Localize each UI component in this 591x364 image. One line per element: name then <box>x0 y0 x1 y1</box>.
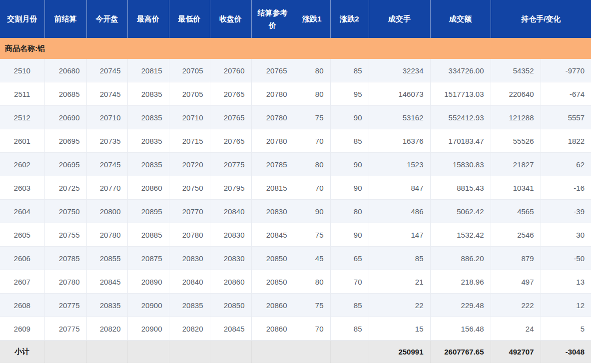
cell-value: 20830 <box>251 200 294 223</box>
cell-value: 20815 <box>251 176 294 200</box>
cell-value: 5 <box>541 317 591 341</box>
cell-value: 20710 <box>86 106 127 129</box>
cell-value: 20820 <box>169 317 210 341</box>
table-row: 2609207752082020900208202084520860708515… <box>0 317 591 341</box>
cell-value: 20745 <box>86 82 127 106</box>
cell-value: 886.20 <box>430 247 491 270</box>
cell-value: 20695 <box>44 153 86 176</box>
col-header-change1: 涨跌1 <box>294 0 330 38</box>
table-row: 2510206802074520815207052076020765808532… <box>0 59 591 82</box>
cell-value: 20760 <box>210 59 251 82</box>
cell-value: 20860 <box>127 176 169 200</box>
cell-value: -674 <box>541 82 591 106</box>
cell-value: 20840 <box>169 270 210 294</box>
cell-value: 20835 <box>127 129 169 153</box>
table-header: 交割月份 前结算 今开盘 最高价 最低价 收盘价 结算参考价 涨跌1 涨跌2 成… <box>0 0 591 38</box>
cell-value: 20900 <box>127 294 169 317</box>
subtotal-empty-cell <box>294 341 330 364</box>
commodity-name-label: 商品名称:铝 <box>0 38 591 59</box>
subtotal-empty-cell <box>44 341 86 364</box>
cell-value: 1517713.03 <box>430 82 491 106</box>
cell-value: 20780 <box>86 223 127 247</box>
subtotal-volume: 250991 <box>369 341 430 364</box>
cell-value: 80 <box>294 82 330 106</box>
cell-value: 90 <box>330 223 369 247</box>
cell-value: 85 <box>330 129 369 153</box>
cell-value: 20860 <box>251 294 294 317</box>
cell-value: 80 <box>294 270 330 294</box>
cell-value: 20775 <box>210 153 251 176</box>
cell-value: 156.48 <box>430 317 491 341</box>
cell-value: 20785 <box>44 247 86 270</box>
cell-value: 20845 <box>86 270 127 294</box>
cell-value: 20750 <box>44 200 86 223</box>
cell-value: 90 <box>330 176 369 200</box>
cell-value: 20765 <box>210 106 251 129</box>
cell-value: 20715 <box>169 129 210 153</box>
cell-value: 15830.83 <box>430 153 491 176</box>
cell-value: 20845 <box>251 223 294 247</box>
cell-value: 65 <box>330 247 369 270</box>
cell-value: 85 <box>330 294 369 317</box>
cell-value: 20840 <box>210 200 251 223</box>
cell-value: 2546 <box>491 223 541 247</box>
cell-value: 70 <box>294 129 330 153</box>
cell-value: 20745 <box>86 153 127 176</box>
cell-value: 90 <box>330 153 369 176</box>
cell-value: 15 <box>369 317 430 341</box>
cell-value: 218.96 <box>430 270 491 294</box>
cell-value: 20795 <box>210 176 251 200</box>
cell-value: 20815 <box>127 59 169 82</box>
cell-value: 20875 <box>127 247 169 270</box>
cell-value: 20850 <box>251 247 294 270</box>
cell-value: 20855 <box>86 247 127 270</box>
cell-value: 70 <box>330 270 369 294</box>
header-row: 交割月份 前结算 今开盘 最高价 最低价 收盘价 结算参考价 涨跌1 涨跌2 成… <box>0 0 591 38</box>
cell-value: 62 <box>541 153 591 176</box>
cell-value: 20745 <box>86 59 127 82</box>
cell-value: -16 <box>541 176 591 200</box>
cell-value: 20800 <box>86 200 127 223</box>
cell-value: 32234 <box>369 59 430 82</box>
cell-value: 21 <box>369 270 430 294</box>
cell-value: -39 <box>541 200 591 223</box>
cell-value: 12 <box>541 294 591 317</box>
cell-value: 20775 <box>44 317 86 341</box>
cell-value: 8815.43 <box>430 176 491 200</box>
cell-value: 24 <box>491 317 541 341</box>
cell-value: 16376 <box>369 129 430 153</box>
cell-delivery-month: 2603 <box>0 176 44 200</box>
subtotal-turnover: 2607767.65 <box>430 341 491 364</box>
subtotal-label: 小计 <box>0 341 44 364</box>
cell-value: 20830 <box>169 247 210 270</box>
cell-value: 847 <box>369 176 430 200</box>
subtotal-empty-cell <box>169 341 210 364</box>
table-row: 2606207852085520875208302083020850456585… <box>0 247 591 270</box>
subtotal-empty-cell <box>86 341 127 364</box>
subtotal-empty-cell <box>251 341 294 364</box>
cell-value: 54352 <box>491 59 541 82</box>
table-row: 2602206952074520835207202077520785809015… <box>0 153 591 176</box>
cell-delivery-month: 2604 <box>0 200 44 223</box>
cell-value: 75 <box>294 223 330 247</box>
cell-value: 20750 <box>169 176 210 200</box>
cell-value: 1532.42 <box>430 223 491 247</box>
subtotal-change: -3048 <box>541 341 591 364</box>
cell-value: 80 <box>330 200 369 223</box>
cell-value: 20780 <box>251 82 294 106</box>
cell-value: 20845 <box>210 317 251 341</box>
cell-value: 1822 <box>541 129 591 153</box>
table-row: 2604207502080020895207702084020830908048… <box>0 200 591 223</box>
cell-value: 20705 <box>169 59 210 82</box>
cell-value: 20765 <box>251 59 294 82</box>
cell-value: 70 <box>294 317 330 341</box>
cell-value: 497 <box>491 270 541 294</box>
col-header-low: 最低价 <box>169 0 210 38</box>
cell-value: 90 <box>330 106 369 129</box>
cell-value: 80 <box>294 153 330 176</box>
cell-value: 20690 <box>44 106 86 129</box>
subtotal-empty-cell <box>210 341 251 364</box>
cell-value: 147 <box>369 223 430 247</box>
table-row: 2607207802084520890208402086020850807021… <box>0 270 591 294</box>
cell-value: 22 <box>369 294 430 317</box>
